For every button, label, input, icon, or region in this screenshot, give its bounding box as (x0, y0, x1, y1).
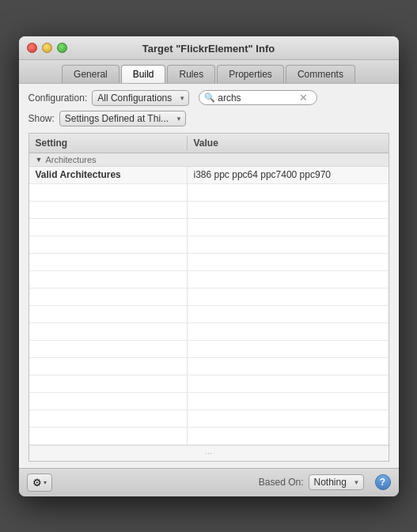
help-button[interactable]: ? (375, 474, 391, 490)
table-row[interactable]: Valid Architectures i386 ppc ppc64 ppc74… (29, 167, 389, 184)
help-icon: ? (380, 477, 385, 488)
table-row-empty-15 (29, 428, 389, 445)
table-row-empty-4 (29, 236, 389, 254)
close-button[interactable] (27, 43, 37, 53)
table-row-empty-6 (29, 271, 389, 289)
based-on-label: Based On: (259, 477, 304, 488)
group-header-architectures: ▼ Architectures (29, 153, 389, 167)
main-window: Target "FlickrElement" Info General Buil… (19, 36, 399, 496)
search-icon: 🔍 (204, 92, 215, 103)
configuration-select[interactable]: All Configurations (92, 90, 189, 106)
tab-rules[interactable]: Rules (167, 65, 215, 83)
show-select-wrapper[interactable]: Settings Defined at Thi... (59, 111, 186, 126)
table-row-empty-7 (29, 289, 389, 306)
table-row-empty-14 (29, 410, 389, 428)
tabs-bar: General Build Rules Properties Comments (19, 60, 399, 84)
table-row-empty-3 (29, 219, 389, 236)
maximize-button[interactable] (57, 43, 67, 53)
table-row-empty-11 (29, 358, 389, 375)
content-area: Configuration: All Configurations 🔍 ✕ Sh… (19, 84, 399, 468)
tab-general[interactable]: General (62, 65, 119, 83)
tab-comments[interactable]: Comments (286, 65, 355, 83)
show-select[interactable]: Settings Defined at Thi... (59, 111, 186, 126)
search-input[interactable] (218, 92, 297, 104)
based-on-select-wrapper[interactable]: Nothing (309, 474, 364, 490)
group-header-label: Architectures (45, 155, 96, 164)
search-clear-icon[interactable]: ✕ (299, 92, 308, 104)
tab-properties[interactable]: Properties (217, 65, 284, 83)
setting-cell: Valid Architectures (29, 167, 188, 183)
show-label: Show: (28, 113, 55, 124)
minimize-button[interactable] (42, 43, 52, 53)
table-body: ▼ Architectures Valid Architectures i386… (29, 153, 389, 445)
configuration-select-wrapper[interactable]: All Configurations (92, 90, 189, 106)
footer: ⚙ ▾ Based On: Nothing ? (19, 468, 399, 496)
gear-dropdown-arrow-icon: ▾ (44, 479, 47, 486)
table-row-empty-10 (29, 341, 389, 358)
based-on-select[interactable]: Nothing (309, 474, 364, 490)
show-row: Show: Settings Defined at Thi... (28, 111, 389, 126)
table-row-empty-2 (29, 202, 389, 219)
tab-build[interactable]: Build (121, 65, 166, 83)
configuration-label: Configuration: (28, 92, 88, 104)
table-row-empty-12 (29, 375, 389, 393)
gear-action-button[interactable]: ⚙ ▾ (27, 474, 52, 492)
table-row-empty-13 (29, 393, 389, 410)
window-title: Target "FlickrElement" Info (142, 43, 275, 55)
value-cell: i386 ppc ppc64 ppc7400 ppc970 (188, 167, 389, 183)
table-row-empty-1 (29, 184, 389, 202)
traffic-lights (27, 43, 67, 53)
table-row-empty-5 (29, 254, 389, 271)
scroll-indicator: ··· (29, 445, 389, 461)
table-row-empty-9 (29, 323, 389, 341)
build-settings-table: Setting Value ▼ Architectures Valid Arch… (28, 133, 389, 462)
col-header-value: Value (188, 136, 389, 150)
titlebar: Target "FlickrElement" Info (19, 36, 399, 60)
configuration-row: Configuration: All Configurations 🔍 ✕ (28, 90, 389, 106)
table-header: Setting Value (29, 134, 389, 153)
col-header-setting: Setting (29, 136, 188, 150)
group-triangle-icon: ▼ (36, 156, 43, 164)
based-on-row: Based On: Nothing ? (259, 474, 391, 490)
table-row-empty-8 (29, 306, 389, 323)
search-field[interactable]: 🔍 ✕ (199, 90, 317, 105)
gear-icon: ⚙ (32, 477, 42, 489)
